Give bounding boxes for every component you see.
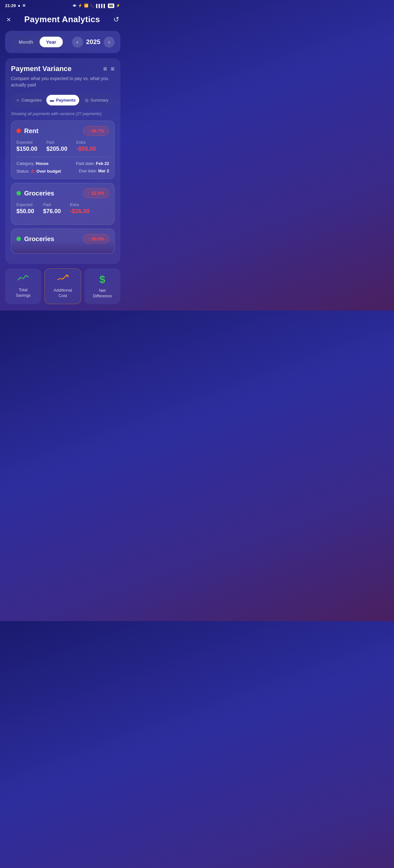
eye-icon: 👁 (73, 4, 76, 8)
payment-item-header: Rent ↑ 36.7% (17, 126, 109, 136)
payment-item-groceries-1: Groceries ↑ 52.0% Expected $50.00 Paid $… (11, 183, 115, 225)
year-tab[interactable]: Year (39, 37, 63, 47)
tab-payments-label: Payments (56, 98, 76, 102)
whatsapp-icon: ● (18, 3, 20, 8)
additional-cost-icon (48, 274, 78, 285)
expected-value-rent: $150.00 (17, 146, 37, 152)
dot-groceries (17, 191, 21, 195)
extra-label: Extra (76, 140, 96, 145)
filter-icon-2[interactable]: ≡ (111, 65, 115, 73)
total-savings-label: TotalSavings (8, 287, 38, 298)
tab-categories[interactable]: ⊹ Categories (12, 95, 45, 105)
payment-name-groceries: Groceries (17, 190, 54, 197)
category-rent: Category: House (17, 161, 61, 166)
net-difference-icon: $ (88, 274, 117, 285)
status-rent: Status: ⚠ Over budget (17, 168, 61, 174)
extra-label-g: Extra (70, 203, 89, 207)
payment-amounts-rent: Expected $150.00 Paid $205.00 Extra -$55… (17, 140, 109, 152)
variance-badge-rent: ↑ 36.7% (83, 126, 109, 136)
paid-value-groceries: $76.00 (43, 208, 61, 215)
month-tab[interactable]: Month (12, 37, 39, 47)
paid-label: Paid (46, 140, 67, 145)
payment-variance-card: Payment Variance ≡ ≡ Compare what you ex… (5, 58, 120, 264)
year-nav: ‹ 2025 › (72, 37, 115, 48)
extra-group-rent: Extra -$55.00 (76, 140, 96, 152)
showing-text: Showing all payments with variance (27 p… (11, 112, 115, 116)
next-year-button[interactable]: › (104, 37, 115, 48)
filter-icons: ≡ ≡ (103, 65, 115, 73)
payment-item-groceries-2: Groceries ↑ 50.0% (11, 228, 115, 254)
variance-arrow-up-groceries: ↑ (88, 191, 90, 196)
bluetooth-icon: ⚡ (78, 3, 82, 8)
net-difference-label: NetDifference (88, 288, 117, 299)
current-year: 2025 (86, 38, 101, 45)
summary-row: TotalSavings AdditionalCost $ NetDiffere… (5, 269, 120, 311)
header: × Payment Analytics ↺ (0, 10, 125, 31)
expected-label: Expected (17, 140, 37, 145)
paid-group-groceries: Paid $76.00 (43, 203, 61, 215)
view-tabs: ⊹ Categories ▬ Payments ◎ Summary (11, 93, 115, 107)
payment-name-groceries-2: Groceries (17, 235, 54, 243)
card-subtitle: Compare what you expected to pay vs. wha… (11, 75, 115, 88)
divider-rent (17, 157, 109, 157)
extra-value-rent: -$55.00 (76, 146, 96, 152)
signal-icon: ▌▌▌▌ (96, 4, 106, 8)
paid-group-rent: Paid $205.00 (46, 140, 67, 152)
card-title: Payment Variance (11, 65, 72, 73)
expected-group-rent: Expected $150.00 (17, 140, 37, 152)
payment-name-rent: Rent (17, 127, 38, 135)
filter-icon-1[interactable]: ≡ (103, 65, 107, 73)
card-header: Payment Variance ≡ ≡ (11, 65, 115, 73)
payments-icon: ▬ (50, 98, 54, 102)
rent-label: Rent (24, 127, 38, 135)
refresh-button[interactable]: ↺ (113, 16, 119, 24)
total-savings-icon (8, 274, 38, 285)
payment-amounts-groceries: Expected $50.00 Paid $76.00 Extra -$26.0… (17, 203, 109, 215)
phone-icon: 📞 (90, 3, 95, 8)
battery-level: 98 (108, 3, 114, 8)
variance-value-rent: 36.7% (91, 128, 104, 133)
summary-card-net-difference[interactable]: $ NetDifference (84, 269, 120, 304)
period-selector: Month Year ‹ 2025 › (5, 31, 120, 53)
tab-summary[interactable]: ◎ Summary (81, 95, 113, 105)
variance-badge-groceries-2: ↑ 50.0% (83, 234, 109, 244)
variance-badge-groceries: ↑ 52.0% (83, 188, 109, 198)
payment-item-header-groceries: Groceries ↑ 52.0% (17, 188, 109, 198)
due-date-rent: Due date: Mar 2 (64, 168, 109, 174)
extra-value-groceries: -$26.00 (70, 208, 89, 215)
variance-value-groceries: 52.0% (91, 191, 104, 196)
charging-icon: ⚡ (116, 3, 120, 8)
dot-rent (17, 129, 21, 133)
payment-item-header-groceries-2: Groceries ↑ 50.0% (17, 234, 109, 244)
paid-date-rent: Paid date: Feb 22 (64, 161, 109, 166)
payment-item-rent: Rent ↑ 36.7% Expected $150.00 Paid $205.… (11, 121, 115, 179)
categories-icon: ⊹ (16, 98, 20, 102)
time: 21:29 (5, 3, 16, 8)
tab-summary-label: Summary (90, 98, 109, 102)
paid-value-rent: $205.00 (46, 146, 67, 152)
variance-arrow-up-rent: ↑ (88, 128, 90, 133)
variance-value-groceries-2: 50.0% (91, 236, 104, 242)
summary-card-total-savings[interactable]: TotalSavings (5, 269, 41, 304)
status-left: 21:29 ● ✕ (5, 3, 26, 8)
prev-year-button[interactable]: ‹ (72, 37, 83, 48)
status-right: 👁 ⚡ 📶 📞 ▌▌▌▌ 98 ⚡ (73, 3, 120, 8)
expected-label-g: Expected (17, 203, 34, 207)
close-button[interactable]: × (6, 15, 11, 24)
tab-categories-label: Categories (22, 98, 42, 102)
expected-group-groceries: Expected $50.00 (17, 203, 34, 215)
wifi-icon: 📶 (84, 3, 88, 8)
expected-value-groceries: $50.00 (17, 208, 34, 215)
x-icon: ✕ (22, 3, 26, 8)
tab-payments[interactable]: ▬ Payments (46, 95, 79, 105)
summary-icon-tab: ◎ (85, 98, 88, 102)
groceries-label: Groceries (24, 190, 54, 197)
dot-groceries-2 (17, 237, 21, 241)
status-bar: 21:29 ● ✕ 👁 ⚡ 📶 📞 ▌▌▌▌ 98 ⚡ (0, 0, 125, 10)
summary-card-additional-cost[interactable]: AdditionalCost (45, 269, 81, 304)
period-toggle: Month Year (11, 35, 64, 49)
payment-meta-rent: Category: House Paid date: Feb 22 Status… (17, 161, 109, 174)
groceries-2-label: Groceries (24, 235, 54, 243)
extra-group-groceries: Extra -$26.00 (70, 203, 89, 215)
page-title: Payment Analytics (24, 14, 100, 25)
